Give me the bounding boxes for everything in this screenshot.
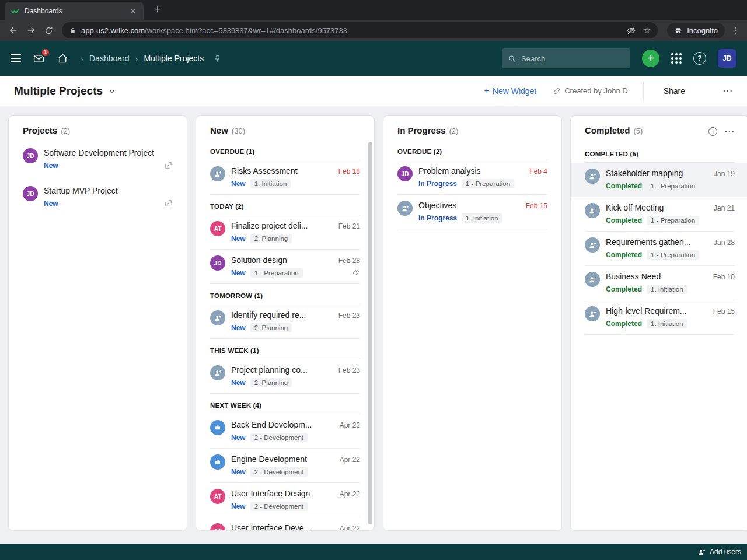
tracking-protection-icon[interactable] — [626, 26, 636, 36]
task-row[interactable]: JDProblem analysisFeb 4In Progress1 - Pr… — [397, 160, 547, 195]
widget-count: (2) — [449, 127, 459, 135]
browser-menu-icon[interactable]: ⋮ — [729, 25, 742, 36]
project-title: Software Development Project — [44, 148, 154, 158]
search-input[interactable] — [521, 54, 615, 63]
task-row[interactable]: High-level Requirem...Feb 15Completed1. … — [585, 300, 735, 335]
breadcrumb-dashboard[interactable]: Dashboard — [89, 54, 130, 63]
project-row[interactable]: JDSoftware Development ProjectNew — [23, 140, 173, 178]
new-tab-button[interactable]: + — [151, 4, 165, 16]
assignee-avatar: JD — [23, 148, 38, 163]
project-row[interactable]: JDStartup MVP ProjectNew — [23, 178, 173, 216]
bookmark-star-icon[interactable]: ☆ — [643, 25, 651, 36]
breadcrumb-current[interactable]: Multiple Projects — [144, 54, 204, 63]
widget-menu-icon[interactable]: ⋯ — [724, 125, 735, 138]
task-status: In Progress — [418, 180, 457, 188]
created-by-label: Created by John D — [564, 86, 627, 95]
share-button[interactable]: Share — [643, 82, 705, 100]
task-status: New — [231, 235, 246, 243]
task-main: ObjectivesFeb 15In Progress1. Initiation — [418, 201, 547, 223]
project-line1: Software Development Project — [44, 148, 173, 158]
url-bar[interactable]: app-us2.wrike.com/workspace.htm?acc=5339… — [62, 22, 658, 38]
task-title: Project planning co... — [231, 365, 308, 374]
task-row[interactable]: JDSolution designFeb 28New1 - Preparatio… — [210, 250, 360, 284]
task-due-date: Feb 28 — [338, 257, 360, 265]
user-avatar[interactable]: JD — [718, 49, 736, 68]
create-new-button[interactable]: + — [642, 50, 659, 67]
task-main: Stakeholder mappingJan 19Completed1 - Pr… — [606, 169, 735, 191]
task-line2: New2. Planning — [231, 323, 360, 332]
add-users-icon — [697, 548, 706, 556]
task-due-date: Feb 15 — [526, 202, 547, 210]
task-row[interactable]: Stakeholder mappingJan 19Completed1 - Pr… — [571, 163, 747, 197]
task-stage-badge: 2 - Development — [250, 502, 308, 511]
info-icon[interactable]: i — [708, 127, 717, 136]
project-status: New — [44, 200, 58, 208]
task-row[interactable]: Project planning co...Feb 23New2. Planni… — [210, 359, 360, 394]
home-button[interactable] — [57, 52, 69, 65]
new-widget-button[interactable]: + New Widget — [484, 86, 553, 96]
apps-grid-icon[interactable] — [671, 53, 682, 64]
forward-icon[interactable] — [22, 22, 40, 39]
task-main: Identify required re...Feb 23New2. Plann… — [231, 310, 360, 332]
task-line1: Back End Developm...Apr 22 — [231, 420, 360, 429]
task-due-date: Feb 23 — [338, 312, 360, 320]
task-row[interactable]: Identify required re...Feb 23New2. Plann… — [210, 304, 360, 339]
task-row[interactable]: ATUser Interface Deve...Apr 22New2 - Dev… — [210, 517, 360, 531]
inbox-button[interactable]: 1 — [33, 52, 45, 65]
add-users-button[interactable]: Add users — [710, 548, 741, 556]
task-line1: Identify required re...Feb 23 — [231, 310, 360, 320]
open-task-icon[interactable] — [164, 161, 173, 170]
widget-completed: Completed(5)i⋯COMPLETED (5)Stakeholder m… — [570, 116, 747, 531]
unassigned-avatar-icon — [585, 203, 600, 218]
incognito-badge: Incognito — [667, 23, 725, 38]
tab-close-icon[interactable]: × — [128, 6, 138, 16]
task-row[interactable]: ObjectivesFeb 15In Progress1. Initiation — [397, 195, 547, 229]
task-title: Finalize project deli... — [231, 221, 308, 230]
task-due-date: Feb 21 — [338, 222, 360, 230]
task-status: New — [231, 502, 246, 510]
open-task-icon[interactable] — [164, 199, 173, 208]
widgets-row: Projects(2)JDSoftware Development Projec… — [0, 106, 747, 544]
task-status: Completed — [606, 320, 642, 328]
task-status: Completed — [606, 216, 642, 225]
task-due-date: Jan 28 — [714, 239, 735, 247]
dashboard-title-button[interactable]: Multiple Projects — [14, 85, 116, 97]
browser-tab-strip: Dashboards × + — [0, 0, 747, 20]
task-row[interactable]: Engine DevelopmentApr 22New2 - Developme… — [210, 449, 360, 483]
project-main: Startup MVP ProjectNew — [44, 186, 173, 208]
help-icon[interactable]: ? — [693, 52, 706, 65]
reload-icon[interactable] — [40, 22, 57, 39]
task-status: Completed — [606, 182, 642, 190]
task-row[interactable]: Back End Developm...Apr 22New2 - Develop… — [210, 414, 360, 449]
back-icon[interactable] — [5, 22, 22, 39]
browser-tab[interactable]: Dashboards × — [5, 2, 144, 20]
task-line2: Completed1 - Preparation — [606, 181, 735, 191]
task-stage-badge: 1 - Preparation — [462, 179, 514, 188]
wrike-favicon-icon — [11, 6, 20, 16]
scrollbar-thumb[interactable] — [368, 142, 372, 524]
task-row[interactable]: ATUser Interface DesignApr 22New2 - Deve… — [210, 483, 360, 517]
task-line1: Problem analysisFeb 4 — [418, 166, 547, 176]
widget-count: (2) — [61, 127, 70, 135]
app-top-bar: 1 › Dashboard › Multiple Projects + ? JD — [0, 41, 747, 76]
task-row[interactable]: Business NeedFeb 10Completed1. Initiatio… — [585, 266, 735, 300]
task-row[interactable]: ATFinalize project deli...Feb 21New2. Pl… — [210, 215, 360, 250]
task-title: Kick off Meeting — [606, 203, 664, 212]
task-status: New — [231, 433, 246, 442]
task-title: Solution design — [231, 256, 287, 265]
pin-icon[interactable] — [213, 54, 222, 63]
task-main: Finalize project deli...Feb 21New2. Plan… — [231, 221, 360, 243]
hamburger-menu-icon[interactable] — [11, 52, 21, 65]
url-path: /workspace.htm?acc=5339837&wr=1#/dashboa… — [145, 26, 347, 35]
task-row[interactable]: Requirements gatheri...Jan 28Completed1 … — [585, 232, 735, 266]
task-row[interactable]: Kick off MeetingJan 21Completed1 - Prepa… — [585, 197, 735, 232]
task-row[interactable]: Risks AssessmentFeb 18New1. Initiation — [210, 160, 360, 195]
task-line2: New2. Planning — [231, 234, 360, 243]
project-main: Software Development ProjectNew — [44, 148, 173, 170]
assignee-avatar: JD — [397, 166, 413, 181]
task-due-date: Apr 22 — [340, 421, 360, 429]
task-due-date: Feb 18 — [338, 167, 360, 176]
page-menu-icon[interactable]: ⋯ — [705, 85, 733, 97]
search-box[interactable] — [502, 48, 630, 68]
team-avatar-icon — [210, 420, 225, 435]
